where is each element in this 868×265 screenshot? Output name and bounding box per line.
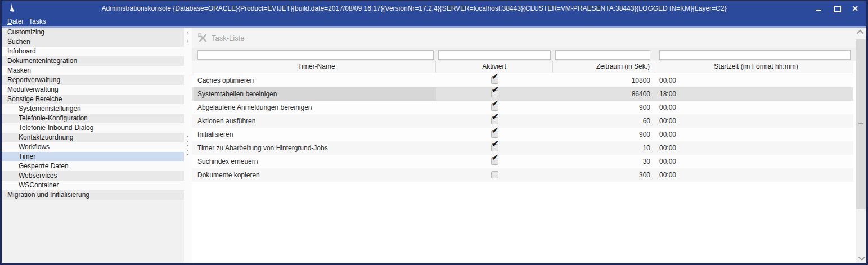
timer-name-cell: Initialisieren	[194, 128, 436, 141]
table-header-row: Timer-NameAktiviertZeitraum (in Sek.)Sta…	[192, 61, 853, 73]
sidebar-item-kontaktzuordnung[interactable]: Kontaktzuordnung	[2, 133, 184, 142]
panel-title: Task-Liste	[212, 34, 245, 42]
menu-item-datei[interactable]: Datei	[7, 17, 23, 25]
sidebar-nav: CustomizingSuchenInfoboardDokumenteninte…	[2, 28, 184, 263]
column-header-timer-name[interactable]: Timer-Name	[194, 61, 436, 73]
checkbox-checked-icon[interactable]	[491, 144, 498, 151]
checkbox-checked-icon[interactable]	[491, 77, 498, 84]
sidebar-splitter[interactable]: ‹ ›	[184, 28, 192, 263]
window-inner: Administrationskonsole {Database=ORACLE}…	[2, 1, 866, 263]
sidebar-item-workflows[interactable]: Workflows	[2, 142, 184, 152]
table-row[interactable]: Suchindex erneuern3000:00	[192, 155, 853, 168]
interval-cell: 900	[553, 128, 655, 141]
timer-name-cell: Aktionen ausführen	[194, 114, 436, 128]
sidebar-item-customizing[interactable]: Customizing	[2, 28, 184, 37]
checkbox-unchecked-icon[interactable]	[491, 171, 498, 178]
window-title: Administrationskonsole {Database=ORACLE}…	[18, 5, 810, 12]
checkbox-checked-icon[interactable]	[491, 104, 498, 111]
table-row[interactable]: Aktionen ausführen6000:00	[192, 114, 853, 128]
table-row[interactable]: Dokumente kopieren30000:00	[192, 168, 853, 182]
interval-cell: 30	[553, 155, 655, 168]
sidebar-item-reportverwaltung[interactable]: Reportverwaltung	[2, 75, 184, 85]
interval-cell: 10800	[553, 74, 655, 87]
start-time-cell: 00:00	[655, 141, 853, 155]
chevron-right-icon[interactable]: ›	[184, 38, 192, 44]
enabled-cell	[436, 168, 553, 182]
panel-header: Task-Liste	[192, 28, 856, 48]
filter-cell	[194, 48, 436, 61]
scroll-down-icon[interactable]	[856, 253, 866, 263]
sidebar-item-timer[interactable]: Timer	[2, 152, 184, 161]
checkbox-checked-icon[interactable]	[491, 90, 498, 97]
menu-bar: DateiTasks	[2, 16, 866, 28]
start-time-cell: 00:00	[655, 128, 853, 141]
filter-input-col1[interactable]	[197, 50, 434, 60]
tools-icon	[198, 33, 208, 43]
sidebar-item-suchen[interactable]: Suchen	[2, 37, 184, 47]
start-time-cell: 00:00	[655, 155, 853, 168]
filter-cell	[553, 48, 655, 61]
interval-cell: 300	[553, 168, 655, 182]
table-body: Caches optimieren1080000:00Systemtabelle…	[192, 74, 853, 182]
sidebar-item-modulverwaltung[interactable]: Modulverwaltung	[2, 85, 184, 95]
application-window: Administrationskonsole {Database=ORACLE}…	[0, 0, 868, 265]
sidebar-item-infoboard[interactable]: Infoboard	[2, 47, 184, 56]
enabled-cell	[436, 155, 553, 168]
splitter-grip-icon[interactable]	[187, 134, 188, 155]
table-row[interactable]: Abgelaufene Anmeldungen bereinigen90000:…	[192, 101, 853, 114]
filter-row	[192, 48, 856, 61]
start-time-cell: 00:00	[655, 101, 853, 114]
sidebar-item-migration-und-initialisierung[interactable]: Migration und Initialisierung	[2, 190, 184, 200]
start-time-cell: 00:00	[655, 114, 853, 128]
filter-input-col4[interactable]	[659, 50, 851, 60]
table-row[interactable]: Timer zu Abarbeitung von Hintergrund-Job…	[192, 141, 853, 155]
table-row[interactable]: Initialisieren90000:00	[192, 128, 853, 141]
filter-cell	[655, 48, 853, 61]
sailboat-icon	[6, 2, 18, 15]
timer-name-cell: Timer zu Abarbeitung von Hintergrund-Job…	[194, 141, 436, 155]
chevron-left-icon[interactable]: ‹	[184, 29, 192, 36]
vertical-scrollbar[interactable]	[856, 28, 866, 263]
timer-name-cell: Abgelaufene Anmeldungen bereinigen	[194, 101, 436, 114]
sidebar-item-wscontainer[interactable]: WSContainer	[2, 181, 184, 190]
main-panel: Task-Liste Timer-NameAktiviertZeitraum (…	[192, 28, 856, 263]
scrollbar-thumb[interactable]	[856, 39, 866, 209]
filter-input-col3[interactable]	[555, 50, 650, 60]
timer-name-cell: Dokumente kopieren	[194, 168, 436, 182]
column-header-zeitraum-in-sek-[interactable]: Zeitraum (in Sek.)	[553, 61, 655, 73]
checkbox-checked-icon[interactable]	[491, 158, 498, 165]
filter-cell	[436, 48, 553, 61]
minimize-icon[interactable]	[815, 5, 824, 12]
timer-name-cell: Caches optimieren	[194, 74, 436, 87]
close-icon[interactable]: ✕	[851, 5, 860, 12]
sidebar-item-sonstige-bereiche[interactable]: Sonstige Bereiche	[2, 95, 184, 104]
checkbox-checked-icon[interactable]	[491, 131, 498, 138]
window-controls: ✕	[815, 5, 860, 12]
start-time-cell: 00:00	[655, 168, 853, 182]
sidebar-item-webservices[interactable]: Webservices	[2, 171, 184, 181]
checkbox-checked-icon[interactable]	[491, 117, 498, 124]
scroll-up-icon[interactable]	[856, 28, 866, 37]
sidebar-item-masken[interactable]: Masken	[2, 66, 184, 75]
sidebar-item-telefonie-inbound-dialog[interactable]: Telefonie-Inbound-Dialog	[2, 123, 184, 133]
table-row[interactable]: Caches optimieren1080000:00	[192, 74, 853, 87]
interval-cell: 10	[553, 141, 655, 155]
start-time-cell: 00:00	[655, 74, 853, 87]
maximize-icon[interactable]	[833, 5, 842, 12]
sidebar-item-systemeinstellungen[interactable]: Systemeinstellungen	[2, 104, 184, 114]
sidebar-item-telefonie-konfiguration[interactable]: Telefonie-Konfiguration	[2, 114, 184, 123]
column-header-startzeit-im-format-hh-mm-[interactable]: Startzeit (im Format hh:mm)	[655, 61, 853, 73]
content-area: CustomizingSuchenInfoboardDokumenteninte…	[2, 28, 866, 263]
filter-input-col2[interactable]	[438, 50, 551, 60]
interval-cell: 900	[553, 101, 655, 114]
interval-cell: 86400	[553, 87, 655, 101]
timer-name-cell: Systemtabellen bereinigen	[194, 87, 436, 101]
sidebar-item-gesperrte-daten[interactable]: Gesperrte Daten	[2, 161, 184, 171]
sidebar-item-dokumentenintegration[interactable]: Dokumentenintegration	[2, 56, 184, 66]
timer-name-cell: Suchindex erneuern	[194, 155, 436, 168]
menu-item-tasks[interactable]: Tasks	[29, 17, 46, 25]
scrollbar-grip-icon	[858, 122, 863, 122]
interval-cell: 60	[553, 114, 655, 128]
title-bar[interactable]: Administrationskonsole {Database=ORACLE}…	[2, 1, 866, 16]
table-row[interactable]: Systemtabellen bereinigen8640018:00	[192, 87, 853, 101]
